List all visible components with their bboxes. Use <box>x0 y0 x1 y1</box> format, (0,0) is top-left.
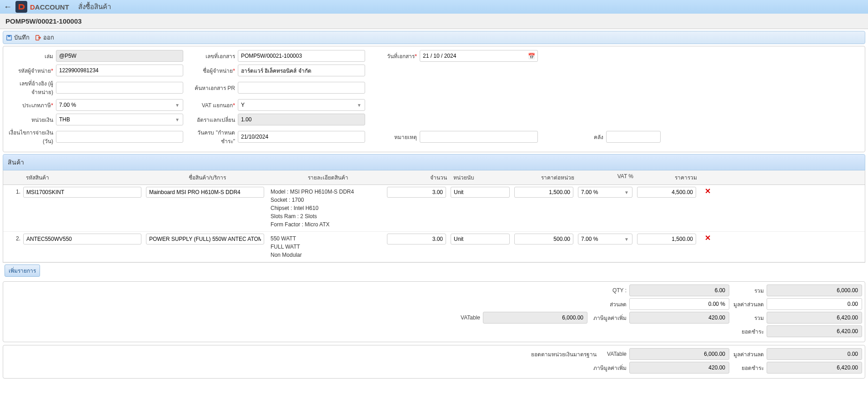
row-num: 2. <box>5 234 23 242</box>
items-table: รหัสสินค้า ชื่อสินค้า/บริการ รายละเอียดส… <box>3 170 865 263</box>
back-arrow-icon[interactable]: ← <box>4 2 12 12</box>
sum-value <box>767 284 862 296</box>
item-total-input[interactable] <box>637 187 696 198</box>
vat-sep-select[interactable] <box>238 99 365 111</box>
qty-value <box>629 284 729 296</box>
supplier-code-label: รหัสผู้จำหน่าย* <box>6 66 56 75</box>
balance2-value <box>767 362 862 374</box>
discount-amount-label: มูลค่าส่วนลด <box>732 300 764 309</box>
table-row: 1.Model : MSI PRO H610M-S DDR4 Socket : … <box>3 185 865 232</box>
balance-value <box>767 325 862 337</box>
currency-select[interactable] <box>56 114 183 125</box>
item-unit-input[interactable] <box>451 187 510 198</box>
exchange-rate-input <box>238 114 365 125</box>
items-section-header: สินค้า <box>3 154 865 170</box>
vat-amount2-value <box>629 362 729 374</box>
calendar-icon[interactable]: 📅 <box>528 53 535 60</box>
supplier-name-input[interactable] <box>238 65 365 76</box>
col-code: รหัสสินค้า <box>23 173 146 182</box>
brand-label: DACCOUNT <box>30 3 69 11</box>
summary-panel-1: QTY : รวม ส่วนลด มูลค่าส่วนลด VATable ภา… <box>3 281 865 342</box>
total-label: รวม <box>732 314 764 322</box>
due-date-label: วันครบ "กำหนดชำระ" <box>188 128 238 145</box>
search-pr-input[interactable] <box>238 82 365 94</box>
warehouse-label: คลัง <box>538 133 606 141</box>
ref-no-input[interactable] <box>56 82 183 94</box>
topbar: ← DACCOUNT สั่งซื้อสินค้า <box>0 0 868 14</box>
doc-date-input[interactable] <box>420 50 538 62</box>
supplier-code-input[interactable] <box>56 65 183 76</box>
item-vat-select[interactable] <box>578 234 632 244</box>
vat-sep-label: VAT แยกนอก* <box>188 101 238 110</box>
table-header-row: รหัสสินค้า ชื่อสินค้า/บริการ รายละเอียดส… <box>3 170 865 185</box>
item-qty-input[interactable] <box>387 234 446 244</box>
discount-value[interactable] <box>629 298 729 310</box>
discount-amount-value[interactable] <box>767 298 862 310</box>
delete-row-button[interactable]: ✕ <box>701 234 714 242</box>
book-label: เล่ม <box>6 52 56 60</box>
vat-amount2-label: ภาษีมูลค่าเพิ่ม <box>590 364 627 372</box>
currency-label: หน่วยเงิน <box>6 115 56 124</box>
balance-label: ยอดชำระ <box>732 327 764 336</box>
item-unit-input[interactable] <box>451 234 510 244</box>
sum-label: รวม <box>732 286 764 295</box>
item-name-input[interactable] <box>146 234 264 244</box>
due-date-input[interactable] <box>238 131 365 143</box>
discount-amount2-value <box>767 348 862 360</box>
col-price: ราคาต่อหน่วย <box>514 173 578 182</box>
page-title: สั่งซื้อสินค้า <box>78 1 111 12</box>
warehouse-input[interactable] <box>606 131 661 143</box>
std-currency-label: ยอดตามหน่วยเงินมาตรฐาน <box>524 350 597 359</box>
remark-label: หมายเหตุ <box>370 133 420 141</box>
tax-type-select[interactable] <box>56 99 183 111</box>
document-title: POMP5W/00021-100003 <box>0 14 868 29</box>
doc-no-label: เลขที่เอกสาร <box>188 52 238 60</box>
save-button[interactable]: บันทึก <box>6 33 30 42</box>
item-code-input[interactable] <box>23 234 141 244</box>
balance2-label: ยอดชำระ <box>732 364 764 372</box>
ref-no-label: เลขที่อ้างอิง (ผู้จำหน่าย) <box>6 79 56 96</box>
col-name: ชื่อสินค้า/บริการ <box>146 173 269 182</box>
item-vat-select[interactable] <box>578 187 632 198</box>
delete-row-button[interactable]: ✕ <box>701 187 714 195</box>
book-input <box>56 50 183 62</box>
item-code-input[interactable] <box>23 187 141 198</box>
vatable2-label: VATable <box>599 351 627 357</box>
vat-amount-value <box>629 312 729 324</box>
discount-label: ส่วนลด <box>599 300 627 309</box>
exchange-rate-label: อัตราแลกเปลี่ยน <box>188 115 238 124</box>
col-vat: VAT % <box>578 173 637 182</box>
total-value <box>767 312 862 324</box>
exit-icon <box>35 35 41 41</box>
vat-amount-label: ภาษีมูลค่าเพิ่ม <box>590 314 627 322</box>
add-item-button[interactable]: เพิ่มรายการ <box>5 264 40 277</box>
item-detail: Model : MSI PRO H610M-S DDR4 Socket : 17… <box>269 187 387 229</box>
item-price-input[interactable] <box>514 234 573 244</box>
app-logo-icon <box>15 1 27 13</box>
row-num: 1. <box>5 187 23 195</box>
vatable2-value <box>629 348 729 360</box>
payment-terms-label: เงื่อนไขการจ่ายเงิน (วัน) <box>6 128 56 145</box>
item-price-input[interactable] <box>514 187 573 198</box>
payment-terms-input[interactable] <box>56 131 183 143</box>
item-qty-input[interactable] <box>387 187 446 198</box>
qty-label: QTY : <box>599 287 627 294</box>
col-qty: จำนวน <box>387 173 451 182</box>
exit-button[interactable]: ออก <box>35 33 54 42</box>
item-detail: 550 WATT FULL WATT Non Modular <box>269 234 387 260</box>
remark-input[interactable] <box>420 131 538 143</box>
col-detail: รายละเอียดสินค้า <box>269 173 387 182</box>
col-unit: หน่วยนับ <box>451 173 514 182</box>
doc-no-input[interactable] <box>238 50 365 62</box>
doc-date-label: วันที่เอกสาร* <box>370 52 420 60</box>
save-icon <box>6 35 12 41</box>
tax-type-label: ประเภทภาษี* <box>6 101 56 110</box>
search-pr-label: ค้นหาเอกสาร PR <box>188 84 238 92</box>
item-name-input[interactable] <box>146 187 264 198</box>
form-panel: เล่ม เลขที่เอกสาร วันที่เอกสาร* 📅 รหัสผู… <box>3 46 865 152</box>
vatable-value <box>483 312 587 324</box>
action-toolbar: บันทึก ออก <box>3 31 865 44</box>
item-total-input[interactable] <box>637 234 696 244</box>
col-total: ราคารวม <box>637 173 701 182</box>
vatable-label: VATable <box>453 314 480 321</box>
